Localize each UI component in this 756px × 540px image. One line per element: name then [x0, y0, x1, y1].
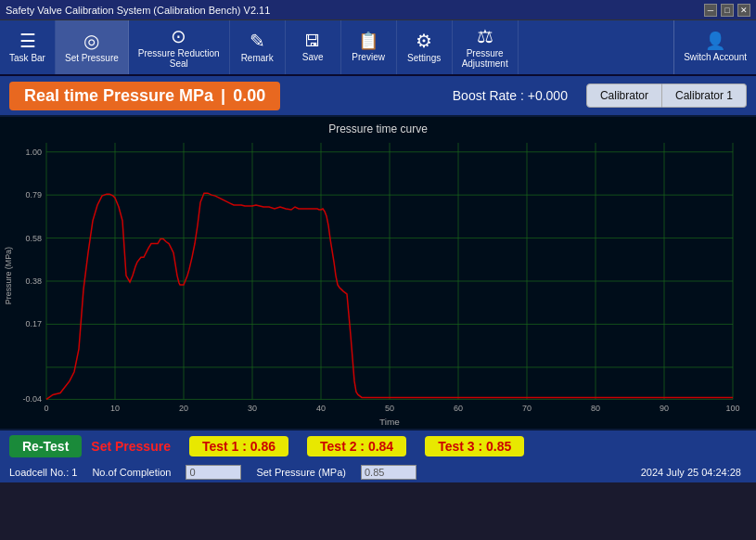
calibrator1-button[interactable]: Calibrator 1	[662, 84, 747, 108]
toolbar-item-pressure-adjustment[interactable]: ⚖ PressureAdjustment	[453, 20, 519, 74]
pressure-reduction-seal-icon: ⊙	[171, 27, 186, 45]
minimize-button[interactable]: ─	[704, 4, 717, 17]
svg-text:0.58: 0.58	[25, 234, 42, 243]
remark-icon: ✎	[250, 32, 265, 50]
window-title: Safety Valve Calibration System (Calibra…	[6, 5, 270, 16]
svg-text:100: 100	[725, 404, 739, 413]
close-button[interactable]: ✕	[737, 4, 750, 17]
boost-rate-value: +0.000	[528, 88, 568, 103]
task-bar-label: Task Bar	[9, 53, 45, 63]
toolbar-item-settings[interactable]: ⚙ Settings	[397, 20, 453, 74]
bottom-row2: Loadcell No.: 1 No.of Completion Set Pre…	[0, 462, 756, 482]
toolbar-item-remark[interactable]: ✎ Remark	[230, 20, 286, 74]
svg-text:80: 80	[591, 404, 600, 413]
toolbar-item-pressure-reduction-seal[interactable]: ⊙ Pressure ReductionSeal	[129, 20, 230, 74]
svg-text:10: 10	[110, 404, 120, 413]
switch-account-icon: 👤	[705, 32, 725, 49]
svg-text:90: 90	[660, 404, 669, 413]
retest-button[interactable]: Re-Test	[9, 435, 82, 457]
svg-text:0.17: 0.17	[25, 319, 42, 328]
toolbar: ☰ Task Bar ◎ Set Pressure ⊙ Pressure Red…	[0, 20, 756, 76]
loadcell-label: Loadcell No.: 1	[9, 467, 77, 478]
toolbar-item-set-pressure[interactable]: ◎ Set Pressure	[56, 20, 129, 74]
calibrator-buttons: Calibrator Calibrator 1	[586, 84, 747, 108]
pressure-label: Real time Pressure MPa	[24, 86, 213, 106]
pressure-chart: 1.00 0.79 0.58 0.38 0.17 -0.04 0 10 20 3…	[0, 134, 756, 429]
chart-container: Pressure time curve	[0, 115, 756, 431]
pressure-display: Real time Pressure MPa | 0.00	[9, 82, 280, 110]
toolbar-item-save[interactable]: 🖫 Save	[286, 20, 341, 74]
boost-rate-label: Boost Rate :	[453, 88, 524, 103]
completion-label: No.of Completion	[92, 467, 171, 478]
set-pressure-toolbar-label: Set Pressure	[91, 439, 171, 454]
bottom-controls: Re-Test Set Pressure Test 1 : 0.86 Test …	[0, 431, 756, 482]
svg-text:0.38: 0.38	[25, 276, 42, 286]
svg-text:0: 0	[44, 404, 48, 413]
svg-text:60: 60	[454, 404, 463, 413]
set-pressure-field[interactable]	[361, 465, 416, 480]
svg-text:1.00: 1.00	[25, 148, 42, 157]
svg-text:70: 70	[522, 404, 532, 413]
svg-text:50: 50	[385, 404, 394, 413]
preview-label: Preview	[352, 52, 385, 62]
pressure-reduction-seal-label: Pressure ReductionSeal	[138, 48, 220, 69]
window-controls: ─ □ ✕	[704, 4, 750, 17]
settings-icon: ⚙	[416, 32, 432, 50]
svg-text:20: 20	[179, 404, 188, 413]
test2-result: Test 2 : 0.84	[307, 436, 406, 456]
pressure-value: 0.00	[233, 86, 265, 106]
title-bar: Safety Valve Calibration System (Calibra…	[0, 0, 756, 20]
switch-account-button[interactable]: 👤 Switch Account	[673, 20, 756, 74]
remark-label: Remark	[241, 53, 274, 63]
toolbar-item-preview[interactable]: 📋 Preview	[341, 20, 397, 74]
test3-result: Test 3 : 0.85	[425, 436, 524, 456]
set-pressure-label: Set Pressure	[65, 53, 119, 63]
save-label: Save	[302, 52, 324, 62]
settings-label: Settings	[407, 53, 441, 63]
svg-text:0.79: 0.79	[25, 190, 42, 199]
completion-input[interactable]	[186, 465, 241, 480]
pressure-adjustment-label: PressureAdjustment	[462, 48, 508, 69]
bottom-row1: Re-Test Set Pressure Test 1 : 0.86 Test …	[0, 431, 756, 462]
pressure-adjustment-icon: ⚖	[477, 27, 493, 45]
test1-result: Test 1 : 0.86	[189, 436, 288, 456]
svg-text:30: 30	[248, 404, 257, 413]
svg-text:Pressure (MPa): Pressure (MPa)	[4, 247, 13, 304]
datetime-display: 2024 July 25 04:24:28	[641, 467, 747, 478]
pressure-separator: |	[221, 86, 225, 106]
maximize-button[interactable]: □	[721, 4, 734, 17]
svg-text:40: 40	[316, 404, 326, 413]
svg-text:Time: Time	[379, 417, 400, 427]
preview-icon: 📋	[358, 32, 378, 49]
svg-text:-0.04: -0.04	[22, 394, 42, 404]
save-icon: 🖫	[304, 32, 321, 49]
set-pressure-field-label: Set Pressure (MPa)	[256, 467, 346, 478]
pressure-bar: Real time Pressure MPa | 0.00 Boost Rate…	[0, 76, 756, 115]
calibrator-button[interactable]: Calibrator	[586, 84, 662, 108]
boost-rate: Boost Rate : +0.000	[453, 88, 568, 103]
set-pressure-icon: ◎	[83, 32, 99, 50]
switch-account-label: Switch Account	[684, 52, 747, 62]
toolbar-item-task-bar[interactable]: ☰ Task Bar	[0, 20, 56, 74]
task-bar-icon: ☰	[19, 32, 36, 50]
